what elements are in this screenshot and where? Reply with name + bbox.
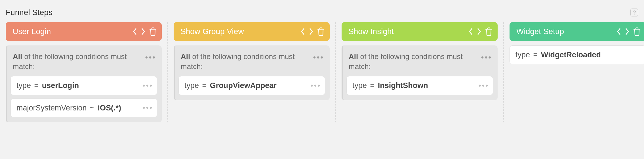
chevron-right-icon[interactable] bbox=[625, 28, 630, 35]
step-title: Show Insight bbox=[348, 27, 394, 36]
condition-list: type = userLogin•••majorSystemVersion ~ … bbox=[10, 76, 157, 117]
condition-block: All of the following conditions must mat… bbox=[174, 45, 330, 100]
chevron-right-icon[interactable] bbox=[309, 28, 314, 35]
help-icon[interactable]: ? bbox=[630, 9, 638, 16]
condition-summary-text: All of the following conditions must mat… bbox=[349, 52, 478, 72]
funnel-step: User LoginAll of the following condition… bbox=[6, 22, 162, 122]
condition-list: type = InsightShown••• bbox=[346, 76, 493, 95]
step-header-actions bbox=[616, 27, 641, 36]
condition-summary: All of the following conditions must mat… bbox=[10, 51, 157, 76]
step-header: Widget Setup bbox=[510, 22, 644, 41]
funnel-step: Widget Setuptype = WidgetReloaded bbox=[510, 22, 644, 122]
step-header: Show Insight bbox=[342, 22, 498, 41]
chevron-right-icon[interactable] bbox=[141, 28, 146, 35]
condition-expression: type = GroupViewAppear bbox=[184, 80, 277, 91]
step-title: Widget Setup bbox=[516, 27, 564, 36]
condition-summary: All of the following conditions must mat… bbox=[178, 51, 325, 76]
condition-item[interactable]: type = GroupViewAppear••• bbox=[178, 76, 325, 95]
more-icon[interactable]: ••• bbox=[481, 52, 492, 61]
more-icon[interactable]: ••• bbox=[476, 81, 489, 90]
condition-summary-text: All of the following conditions must mat… bbox=[13, 52, 142, 72]
condition-expression: type = InsightShown bbox=[352, 80, 428, 91]
condition-item[interactable]: type = WidgetReloaded bbox=[510, 45, 644, 64]
trash-icon[interactable] bbox=[149, 27, 157, 36]
step-header-actions bbox=[468, 27, 493, 36]
trash-icon[interactable] bbox=[633, 27, 641, 36]
condition-item[interactable]: type = userLogin••• bbox=[10, 76, 157, 95]
chevron-left-icon[interactable] bbox=[132, 28, 137, 35]
step-header: User Login bbox=[6, 22, 162, 41]
step-title: User Login bbox=[12, 27, 51, 36]
chevron-left-icon[interactable] bbox=[300, 28, 305, 35]
step-divider bbox=[330, 22, 342, 122]
condition-summary-text: All of the following conditions must mat… bbox=[181, 52, 310, 72]
chevron-right-icon[interactable] bbox=[477, 28, 482, 35]
condition-block: All of the following conditions must mat… bbox=[6, 45, 162, 122]
more-icon[interactable]: ••• bbox=[313, 52, 324, 61]
condition-item[interactable]: type = InsightShown••• bbox=[346, 76, 493, 95]
trash-icon[interactable] bbox=[485, 27, 493, 36]
more-icon[interactable]: ••• bbox=[140, 81, 153, 90]
more-icon[interactable]: ••• bbox=[145, 52, 156, 61]
funnel-step: Show InsightAll of the following conditi… bbox=[342, 22, 498, 122]
step-header-actions bbox=[300, 27, 325, 36]
condition-expression: type = WidgetReloaded bbox=[515, 50, 601, 60]
step-header: Show Group View bbox=[174, 22, 330, 41]
condition-summary: All of the following conditions must mat… bbox=[346, 51, 493, 76]
funnel-step: Show Group ViewAll of the following cond… bbox=[174, 22, 330, 122]
trash-icon[interactable] bbox=[317, 27, 325, 36]
step-header-actions bbox=[132, 27, 157, 36]
condition-item[interactable]: majorSystemVersion ~ iOS(.*)••• bbox=[10, 99, 157, 117]
step-divider bbox=[498, 22, 510, 122]
step-divider bbox=[162, 22, 174, 122]
section-title: Funnel Steps bbox=[6, 8, 52, 17]
condition-expression: majorSystemVersion ~ iOS(.*) bbox=[16, 103, 121, 113]
step-title: Show Group View bbox=[180, 27, 244, 36]
condition-block: All of the following conditions must mat… bbox=[342, 45, 498, 100]
chevron-left-icon[interactable] bbox=[468, 28, 473, 35]
chevron-left-icon[interactable] bbox=[616, 28, 621, 35]
more-icon[interactable]: ••• bbox=[308, 81, 321, 90]
more-icon[interactable]: ••• bbox=[140, 103, 153, 112]
condition-list: type = GroupViewAppear••• bbox=[178, 76, 325, 95]
condition-expression: type = userLogin bbox=[16, 80, 79, 91]
